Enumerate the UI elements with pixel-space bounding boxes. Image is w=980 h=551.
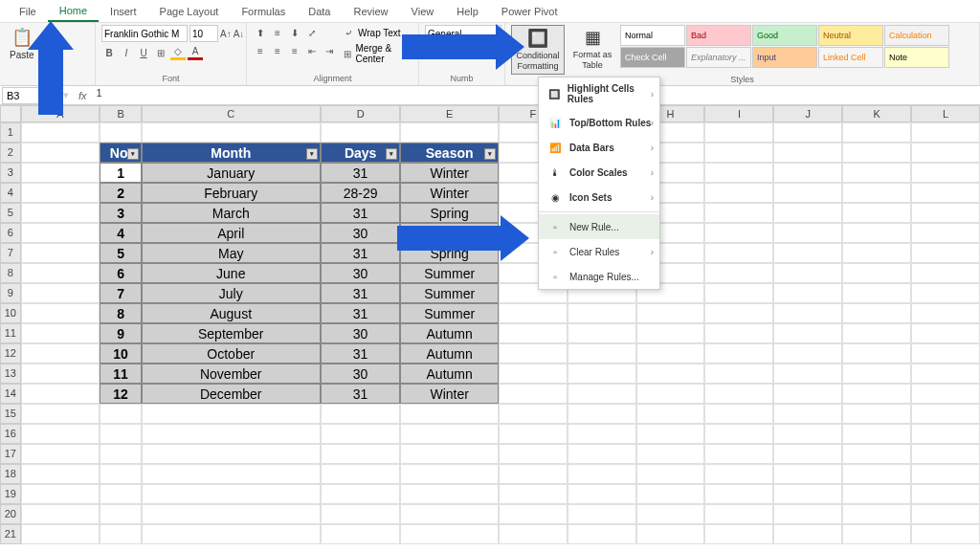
row-header-17[interactable]: 17 <box>0 444 21 464</box>
cell-C1[interactable] <box>142 122 321 143</box>
menu-data-bars[interactable]: 📶 Data Bars › <box>539 135 659 160</box>
cell-L12[interactable] <box>911 343 980 364</box>
cell-A14[interactable] <box>21 384 100 404</box>
cell-B11[interactable]: 9 <box>100 323 141 343</box>
col-header-C[interactable]: C <box>142 105 321 122</box>
formula-input[interactable]: 1 <box>93 87 980 104</box>
cell-I7[interactable] <box>704 243 773 263</box>
cell-K11[interactable] <box>842 323 911 343</box>
cell-I19[interactable] <box>704 484 773 504</box>
col-header-L[interactable]: L <box>911 105 980 122</box>
filter-icon[interactable]: ▾ <box>386 148 397 160</box>
indent-dec-icon[interactable]: ⇤ <box>304 43 320 58</box>
row-header-16[interactable]: 16 <box>0 424 21 444</box>
cell-D17[interactable] <box>321 444 401 464</box>
style-linked[interactable]: Linked Cell <box>818 47 883 68</box>
cell-K2[interactable] <box>842 143 911 163</box>
cell-G10[interactable] <box>568 303 636 323</box>
cell-K10[interactable] <box>842 303 911 323</box>
cell-I11[interactable] <box>704 323 773 343</box>
cell-D1[interactable] <box>321 122 401 143</box>
fx-icon[interactable]: fx <box>73 90 93 101</box>
cell-A7[interactable] <box>21 243 100 263</box>
font-color-icon[interactable]: A <box>188 45 203 60</box>
cell-C8[interactable]: June <box>142 263 321 283</box>
cell-L3[interactable] <box>911 163 980 183</box>
cell-E17[interactable] <box>400 444 498 464</box>
cell-B21[interactable] <box>100 524 141 544</box>
cell-E16[interactable] <box>400 424 498 444</box>
filter-icon[interactable]: ▾ <box>484 148 496 160</box>
cell-H20[interactable] <box>636 504 705 524</box>
cell-D10[interactable]: 31 <box>321 303 401 323</box>
cell-A16[interactable] <box>21 424 100 444</box>
tab-page-layout[interactable]: Page Layout <box>148 2 231 21</box>
cell-A9[interactable] <box>21 283 100 303</box>
cell-E2[interactable]: Season▾ <box>400 143 498 163</box>
row-header-21[interactable]: 21 <box>0 524 21 544</box>
cell-F15[interactable] <box>499 404 568 424</box>
cell-J9[interactable] <box>773 283 842 303</box>
cell-H15[interactable] <box>636 404 705 424</box>
col-header-J[interactable]: J <box>773 105 842 122</box>
cell-C16[interactable] <box>142 424 321 444</box>
cell-L16[interactable] <box>911 424 980 444</box>
cell-A4[interactable] <box>21 183 100 203</box>
cell-J19[interactable] <box>773 484 842 504</box>
cell-K5[interactable] <box>842 203 911 223</box>
cell-G13[interactable] <box>568 364 636 384</box>
cell-J12[interactable] <box>773 343 842 364</box>
cell-C20[interactable] <box>142 504 321 524</box>
cell-I8[interactable] <box>704 263 773 283</box>
cell-J5[interactable] <box>773 203 842 223</box>
tab-formulas[interactable]: Formulas <box>230 2 297 21</box>
cell-D21[interactable] <box>321 524 401 544</box>
cell-G14[interactable] <box>568 384 636 404</box>
cell-C15[interactable] <box>142 404 321 424</box>
cell-C4[interactable]: February <box>142 183 321 203</box>
cell-L11[interactable] <box>911 323 980 343</box>
row-header-4[interactable]: 4 <box>0 183 21 203</box>
row-header-19[interactable]: 19 <box>0 484 21 504</box>
cell-B19[interactable] <box>100 484 141 504</box>
cell-A12[interactable] <box>21 343 100 364</box>
cell-J17[interactable] <box>773 444 842 464</box>
cell-L9[interactable] <box>911 283 980 303</box>
cell-C5[interactable]: March <box>142 203 321 223</box>
cell-I14[interactable] <box>704 384 773 404</box>
cell-E15[interactable] <box>400 404 498 424</box>
filter-icon[interactable]: ▾ <box>127 148 139 160</box>
underline-icon[interactable]: U <box>136 45 151 60</box>
cell-E18[interactable] <box>400 464 498 484</box>
cell-A17[interactable] <box>21 444 100 464</box>
tab-view[interactable]: View <box>400 2 446 21</box>
style-good[interactable]: Good <box>752 25 817 46</box>
style-input[interactable]: Input <box>752 47 817 68</box>
cell-L15[interactable] <box>911 404 980 424</box>
cell-L21[interactable] <box>911 524 980 544</box>
cell-B17[interactable] <box>100 444 141 464</box>
cell-D20[interactable] <box>321 504 401 524</box>
cell-G12[interactable] <box>568 343 636 364</box>
cell-K6[interactable] <box>842 223 911 243</box>
cell-F17[interactable] <box>499 444 568 464</box>
cell-I6[interactable] <box>704 223 773 243</box>
menu-new-rule-[interactable]: ▫ New Rule... <box>539 214 659 239</box>
cell-L6[interactable] <box>911 223 980 243</box>
cell-J16[interactable] <box>773 424 842 444</box>
cell-A13[interactable] <box>21 364 100 384</box>
cell-K8[interactable] <box>842 263 911 283</box>
cell-J18[interactable] <box>773 464 842 484</box>
cell-L10[interactable] <box>911 303 980 323</box>
cell-K17[interactable] <box>842 444 911 464</box>
tab-review[interactable]: Review <box>342 2 399 21</box>
row-header-6[interactable]: 6 <box>0 223 21 243</box>
tab-home[interactable]: Home <box>48 1 99 22</box>
cell-E11[interactable]: Autumn <box>400 323 498 343</box>
cell-L2[interactable] <box>911 143 980 163</box>
cell-I4[interactable] <box>704 183 773 203</box>
cell-G21[interactable] <box>568 524 636 544</box>
cell-F20[interactable] <box>499 504 568 524</box>
cell-G15[interactable] <box>568 404 636 424</box>
cell-A1[interactable] <box>21 122 100 143</box>
